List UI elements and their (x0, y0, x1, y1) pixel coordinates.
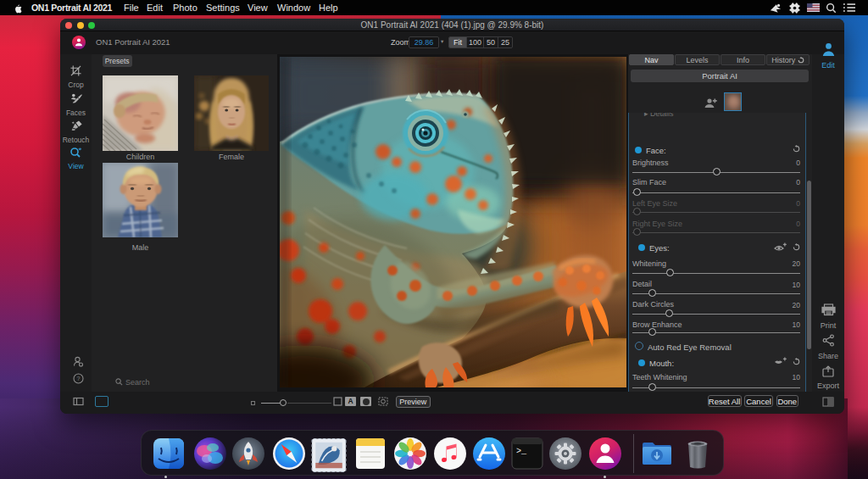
svg-text:?: ? (77, 376, 81, 382)
svg-text:>_: >_ (516, 447, 527, 456)
